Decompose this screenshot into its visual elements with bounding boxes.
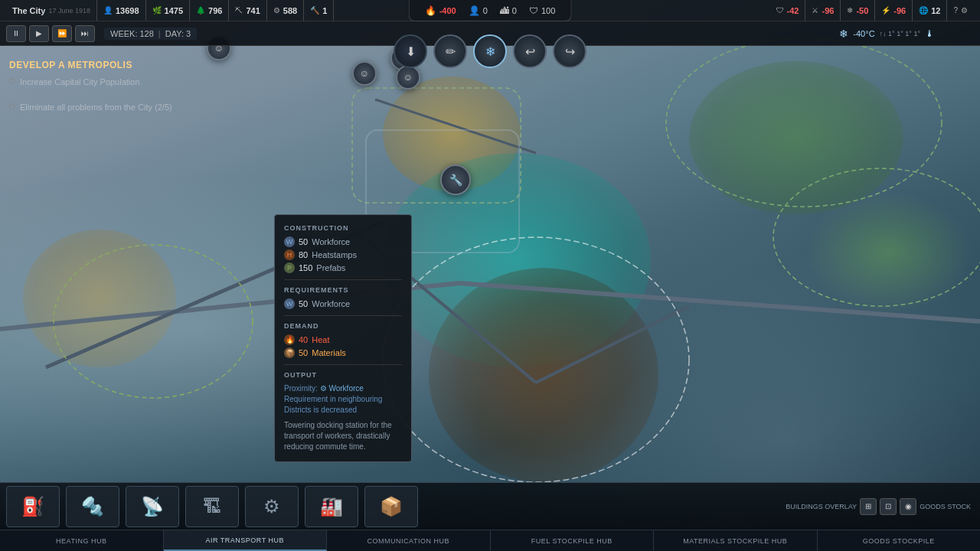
build-action-btn[interactable]: 🔧 <box>440 165 471 195</box>
svg-point-10 <box>383 237 689 482</box>
forward-btn[interactable]: ↪ <box>553 34 586 68</box>
tab-goods-stockpile[interactable]: GOODS STOCKPILE <box>818 530 981 551</box>
population-icon: 👤 <box>103 6 113 15</box>
flame-icon: 🔥 <box>425 5 436 16</box>
map-icon: 🌐 <box>919 6 928 15</box>
quest-item-1: Increase Capital City Population (13,698… <box>9 77 172 99</box>
faster-forward-btn[interactable]: ⏭ <box>75 25 95 42</box>
building-item-7[interactable]: 📦 <box>364 486 418 527</box>
divider-3 <box>284 364 402 365</box>
question-icon[interactable]: ? <box>953 6 958 15</box>
population-value: 13698 <box>116 6 139 15</box>
building-item-5[interactable]: ⚙ <box>245 486 299 527</box>
tab-air-transport-hub[interactable]: AIR TRANSPORT HUB <box>164 530 328 551</box>
stat-bolt-value: -96 <box>893 6 906 15</box>
shield-hud-icon: 🛡 <box>529 5 538 16</box>
svg-line-5 <box>375 99 536 153</box>
construction-prefabs-label: Prefabs <box>316 263 345 272</box>
tab-fuel-stockpile-hub[interactable]: FUEL STOCKPILE HUB <box>491 530 655 551</box>
output-text-block: Proximity: ⚙ Workforce Requirement in ne… <box>284 383 402 416</box>
snowflake-btn[interactable]: ⬇ <box>394 34 427 68</box>
steel-icon: ⚙ <box>273 6 280 15</box>
req-workforce-label: Workforce <box>312 299 350 308</box>
worker-value: 1 <box>322 6 327 15</box>
building-shape-1: ⛽ <box>14 490 52 523</box>
construction-workforce-label: Workforce <box>312 237 350 246</box>
quest-dot-1 <box>9 78 15 84</box>
coal-icon: ⛏ <box>235 6 243 15</box>
week-day-display: WEEK: 128 | DAY: 3 <box>104 28 197 40</box>
output-workforce-text: Workforce <box>328 384 363 393</box>
construction-heat-row: H 80 Heatstamps <box>284 249 402 260</box>
demand-heat-label: Heat <box>312 335 329 344</box>
snow-icon: ❄ <box>839 28 848 40</box>
construction-heat-value: 80 <box>299 250 308 259</box>
svg-rect-6 <box>352 88 521 203</box>
week-label: WEEK: 128 <box>110 29 154 38</box>
demand-materials-value: 50 <box>299 348 308 357</box>
building-item-2[interactable]: 🔩 <box>66 486 119 527</box>
building-shape-7: 📦 <box>372 490 410 523</box>
bottom-bar: ⛽ 🔩 📡 🏗 ⚙ 🏭 📦 BUILDINGS OVERLAY ⊞ ⊡ ◉ GO… <box>0 482 980 551</box>
worker-icon: 🔨 <box>310 6 319 15</box>
coal-stat: ⛏ 741 <box>229 0 266 21</box>
demand-materials-label: Materials <box>312 348 346 357</box>
goods-stock-label: GOODS STOCK <box>920 503 971 510</box>
gear-settings-icon[interactable]: ⚙ <box>961 6 968 15</box>
construction-label: CONSTRUCTION <box>284 224 402 232</box>
building-item-6[interactable]: 🏭 <box>305 486 358 527</box>
wood-stat: 🌲 796 <box>190 0 229 21</box>
building-shape-4: 🏗 <box>193 490 231 523</box>
wood-value: 796 <box>208 6 222 15</box>
demand-heat-value: 40 <box>299 335 308 344</box>
food-stat: 🌿 1475 <box>146 0 190 21</box>
stat-shield: 🛡 -42 <box>770 0 806 21</box>
citizen-marker-2[interactable]: ☺ <box>352 61 377 86</box>
building-tabs: HEATING HUB AIR TRANSPORT HUB COMMUNICAT… <box>0 530 980 551</box>
snowflake2-btn[interactable]: ❄ <box>473 34 507 68</box>
food-icon: 🌿 <box>152 6 162 15</box>
demand-heat-row: 🔥 40 Heat <box>284 334 402 345</box>
building-item-3[interactable]: 📡 <box>126 486 179 527</box>
output-description: Requirement in neighbouring Districts is… <box>284 395 382 414</box>
building-item-1[interactable]: ⛽ <box>6 486 60 527</box>
buildings-row: ⛽ 🔩 📡 🏗 ⚙ 🏭 📦 BUILDINGS OVERLAY ⊞ ⊡ ◉ GO… <box>0 483 980 530</box>
play-btn[interactable]: ▶ <box>29 25 49 42</box>
bolt-icon: ⚡ <box>881 6 890 15</box>
map-icon-bar: ⬇ ✏ ❄ ↩ ↪ <box>394 34 586 68</box>
city-info: The City 17 June 1918 <box>6 0 97 21</box>
quest-dot-2 <box>9 103 15 109</box>
thermometer-icon: 🌡 <box>925 28 934 39</box>
pencil-btn[interactable]: ✏ <box>433 34 467 68</box>
construction-workforce-value: 50 <box>299 237 308 246</box>
building-item-4[interactable]: 🏗 <box>185 486 239 527</box>
back-btn[interactable]: ↩ <box>513 34 547 68</box>
fast-forward-btn[interactable]: ⏩ <box>52 25 72 42</box>
output-label: OUTPUT <box>284 371 402 379</box>
stat-frost: ❄ -50 <box>841 0 875 21</box>
svg-point-8 <box>666 38 942 207</box>
settings-section[interactable]: ? ⚙ <box>947 0 974 21</box>
svg-line-1 <box>459 283 980 321</box>
coal-value: 741 <box>246 6 260 15</box>
overlay-btn-1[interactable]: ⊞ <box>860 498 877 515</box>
demand-materials-row: 📦 50 Materials <box>284 347 402 358</box>
tab-materials-stockpile-hub[interactable]: MATERIALS STOCKPILE HUB <box>654 530 818 551</box>
heatstamps-icon: H <box>284 249 295 260</box>
city-date: 17 June 1918 <box>48 7 90 15</box>
tab-heating-hub[interactable]: HEATING HUB <box>0 530 164 551</box>
pause-btn[interactable]: ⏸ <box>6 25 26 42</box>
buildings-overlay-label: BUILDINGS OVERLAY <box>786 503 857 510</box>
output-proximity-label: Proximity: <box>284 384 318 393</box>
overlay-btn-2[interactable]: ⊡ <box>880 498 897 515</box>
construction-prefabs-value: 150 <box>299 263 312 272</box>
demand-heat-icon: 🔥 <box>284 334 295 345</box>
citizen-marker-4[interactable]: ☺ <box>396 65 420 90</box>
temp-sub: ↑↓ 1° 1° 1° 1° <box>880 30 920 37</box>
tab-communication-hub[interactable]: COMMUNICATION HUB <box>327 530 491 551</box>
worker-stat: 🔨 1 <box>304 0 334 21</box>
quest-title: DEVELOP A METROPOLIS <box>9 60 172 70</box>
quest-sub-1: (13,698/50,000) <box>20 88 140 99</box>
overlay-btn-3[interactable]: ◉ <box>900 498 916 515</box>
demand-label: DEMAND <box>284 322 402 330</box>
